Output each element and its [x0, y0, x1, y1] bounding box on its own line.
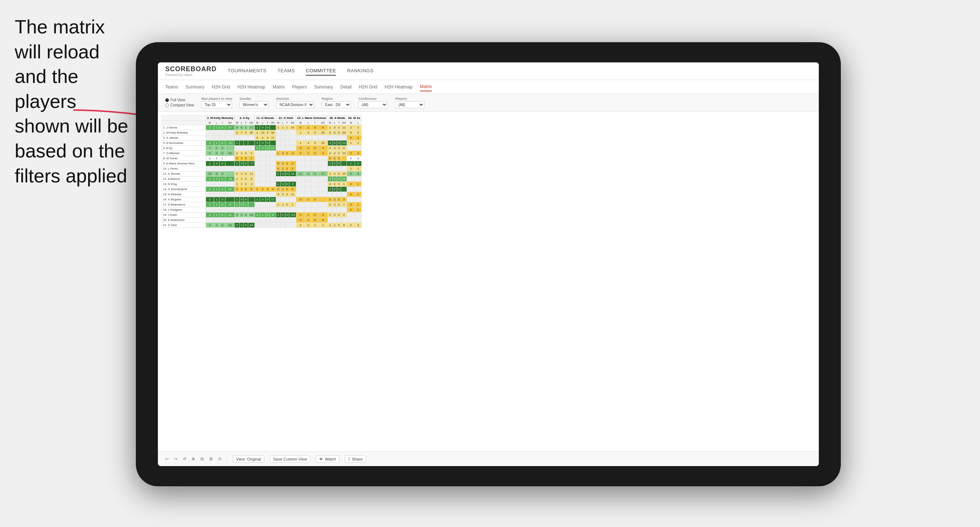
player-name-cell: 17. D Ballesteros: [162, 202, 206, 207]
players-select[interactable]: (All): [395, 101, 425, 108]
table-row: 20. E Andersson0108: [162, 217, 362, 223]
logo-text: SCOREBOARD: [165, 65, 216, 73]
compact-view-label: Compact View: [170, 103, 194, 107]
matrix-cell: [341, 166, 347, 171]
table-row: 1. J Garcia31027301-11100111100106130112…: [162, 125, 362, 130]
matrix-cell: 14: [290, 171, 296, 176]
subnav-h2h-grid[interactable]: H2H Grid: [212, 83, 230, 91]
matrix-cell: 4: [270, 187, 276, 192]
subnav-matrix[interactable]: Matrix: [273, 83, 285, 91]
matrix-cell: 7: [239, 130, 243, 135]
undo-icon[interactable]: ↩: [165, 457, 169, 461]
view-original-button[interactable]: View: Original: [233, 456, 264, 463]
fit-icon[interactable]: ⊞: [209, 457, 213, 461]
nav-rankings[interactable]: RANKINGS: [347, 67, 374, 76]
nav-tournaments[interactable]: TOURNAMENTS: [228, 67, 267, 76]
matrix-cell: [281, 130, 285, 135]
matrix-cell: [341, 161, 347, 166]
subnav-players[interactable]: Players: [292, 83, 307, 91]
matrix-cell: 0: [255, 135, 260, 141]
redo-icon[interactable]: ↪: [174, 457, 177, 461]
matrix-cell: 10: [259, 130, 266, 135]
matrix-cell: 0: [259, 141, 266, 146]
subnav-detail[interactable]: Detail: [340, 83, 352, 91]
region-select[interactable]: East - DII: [321, 101, 351, 108]
matrix-cell: 0: [281, 182, 285, 187]
matrix-cell: [305, 135, 312, 141]
subnav-summary2[interactable]: Summary: [314, 83, 332, 91]
matrix-cell: 0: [220, 202, 226, 207]
matrix-cell: 0: [337, 125, 341, 130]
matrix-cell: 0: [296, 125, 305, 130]
conference-select[interactable]: (All): [358, 101, 388, 108]
matrix-cell: 0: [296, 197, 305, 202]
division-select[interactable]: NCAA Division II: [276, 101, 314, 108]
matrix-cell: [296, 135, 305, 141]
matrix-cell: 24: [341, 151, 347, 156]
matrix-cell: [206, 192, 214, 197]
subnav-h2h-heatmap2[interactable]: H2H Heatmap: [385, 83, 412, 91]
matrix-cell: 1: [239, 182, 243, 187]
matrix-cell: [255, 182, 260, 187]
compact-view-option[interactable]: Compact View: [165, 103, 194, 107]
matrix-cell: [248, 192, 255, 197]
matrix-cell: [276, 130, 281, 135]
nav-committee[interactable]: COMMITTEE: [306, 67, 336, 76]
subnav-teams[interactable]: Teams: [165, 83, 178, 91]
matrix-cell: 0: [285, 213, 289, 217]
zoom-in-icon[interactable]: ⊕: [192, 457, 195, 461]
zoom-out-icon[interactable]: ⊟: [200, 457, 204, 461]
watch-button[interactable]: 👁 Watch: [316, 456, 339, 463]
matrix-cell: 7: [206, 146, 214, 151]
subnav-matrix2[interactable]: Matrix: [420, 83, 432, 91]
region-filter: Region East - DII: [321, 97, 351, 108]
matrix-cell: [276, 141, 281, 146]
reset-zoom-icon[interactable]: ⊙: [218, 457, 221, 461]
matrix-cell: [318, 207, 328, 213]
gender-select[interactable]: Women's: [239, 101, 269, 108]
view-original-label: View: Original: [236, 457, 261, 461]
matrix-cell: [337, 207, 341, 213]
matrix-cell: 2: [276, 213, 281, 217]
col-header-2: 11. G Woods: [255, 116, 276, 121]
matrix-cell: 0: [266, 125, 269, 130]
matrix-cell: [332, 207, 337, 213]
refresh-icon[interactable]: ↺: [183, 457, 186, 461]
matrix-cell: 0: [355, 171, 361, 176]
matrix-cell: [239, 207, 243, 213]
matrix-cell: [276, 146, 281, 151]
matrix-cell: 3: [290, 182, 296, 187]
save-custom-button[interactable]: Save Custom View: [270, 456, 311, 463]
matrix-cell: [337, 192, 341, 197]
matrix-cell: [225, 197, 234, 202]
matrix-cell: 0: [266, 146, 269, 151]
matrix-cell: 3: [255, 213, 260, 217]
matrix-cell: 2: [328, 171, 332, 176]
matrix-cell: 0: [220, 161, 226, 166]
matrix-cell: 3: [206, 213, 214, 217]
matrix-cell: 0: [235, 171, 240, 176]
matrix-cell: [312, 202, 318, 207]
matrix-cell: [225, 182, 234, 187]
nav-teams[interactable]: TEAMS: [278, 67, 295, 76]
matrix-cell: 0: [244, 187, 248, 192]
matrix-cell: [285, 207, 289, 213]
matrix-cell: [220, 217, 226, 223]
matrix-cell: [255, 202, 260, 207]
player-name-cell: 11. G Woods: [162, 171, 206, 176]
subnav-h2h-grid2[interactable]: H2H Grid: [359, 83, 377, 91]
share-button[interactable]: ⤴ Share: [345, 456, 366, 463]
subnav-summary[interactable]: Summary: [185, 83, 204, 91]
matrix-cell: 0: [259, 197, 266, 202]
matrix-cell: 1: [214, 213, 220, 217]
matrix-cell: 0: [328, 146, 332, 151]
matrix-cell: 0: [239, 125, 243, 130]
full-view-option[interactable]: Full View: [165, 98, 194, 102]
matrix-cell: 50: [270, 130, 276, 135]
max-players-select[interactable]: Top 25: [201, 101, 232, 108]
subnav-h2h-heatmap[interactable]: H2H Heatmap: [237, 83, 266, 91]
matrix-cell: 1: [214, 125, 220, 130]
matrix-cell: [235, 166, 240, 171]
save-custom-label: Save Custom View: [273, 457, 307, 461]
matrix-cell: -16: [225, 176, 234, 182]
